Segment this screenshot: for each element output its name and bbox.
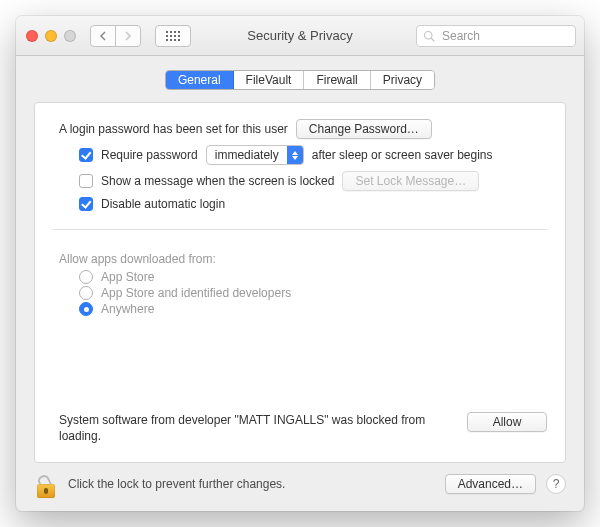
show-message-label: Show a message when the screen is locked (101, 174, 334, 188)
require-password-label: Require password (101, 148, 198, 162)
tabs: General FileVault Firewall Privacy (165, 70, 435, 90)
login-password-text: A login password has been set for this u… (59, 122, 288, 136)
general-panel: A login password has been set for this u… (34, 102, 566, 463)
divider (53, 229, 547, 230)
svg-line-1 (431, 38, 434, 41)
preferences-window: Security & Privacy General FileVault Fir… (16, 16, 584, 511)
allow-button[interactable]: Allow (467, 412, 547, 432)
blocked-software-row: System software from developer "MATT ING… (59, 412, 547, 444)
search-field[interactable] (416, 25, 576, 47)
search-icon (423, 30, 435, 42)
footer: Click the lock to prevent further change… (16, 467, 584, 511)
require-password-delay-select[interactable]: immediately (206, 145, 304, 165)
radio-icon (79, 286, 93, 300)
radio-icon (79, 302, 93, 316)
back-button[interactable] (90, 25, 116, 47)
set-lock-message-button: Set Lock Message… (342, 171, 479, 191)
download-option-appstore-label: App Store (101, 270, 154, 284)
download-option-identified-label: App Store and identified developers (101, 286, 291, 300)
lock-hint-text: Click the lock to prevent further change… (68, 477, 435, 491)
download-option-identified[interactable]: App Store and identified developers (79, 286, 547, 300)
login-password-row: A login password has been set for this u… (59, 119, 547, 139)
tab-firewall[interactable]: Firewall (304, 71, 370, 89)
require-password-checkbox[interactable] (79, 148, 93, 162)
stepper-arrows-icon (287, 146, 303, 164)
require-password-delay-value: immediately (207, 148, 287, 162)
tab-bar: General FileVault Firewall Privacy (16, 56, 584, 90)
disable-auto-login-label: Disable automatic login (101, 197, 225, 211)
tab-privacy[interactable]: Privacy (371, 71, 434, 89)
download-header: Allow apps downloaded from: (59, 252, 547, 266)
svg-point-0 (425, 31, 433, 39)
help-button[interactable]: ? (546, 474, 566, 494)
close-button[interactable] (26, 30, 38, 42)
blocked-software-message: System software from developer "MATT ING… (59, 412, 453, 444)
nav-buttons (90, 25, 141, 47)
titlebar: Security & Privacy (16, 16, 584, 56)
disable-auto-login-checkbox[interactable] (79, 197, 93, 211)
minimize-button[interactable] (45, 30, 57, 42)
disable-auto-login-row: Disable automatic login (79, 197, 547, 211)
download-option-appstore[interactable]: App Store (79, 270, 547, 284)
lock-button[interactable] (34, 470, 58, 498)
lock-body-icon (37, 484, 55, 498)
show-message-row: Show a message when the screen is locked… (79, 171, 547, 191)
tab-general[interactable]: General (166, 71, 234, 89)
download-section: Allow apps downloaded from: App Store Ap… (53, 252, 547, 318)
change-password-button[interactable]: Change Password… (296, 119, 432, 139)
require-password-row: Require password immediately after sleep… (79, 145, 547, 165)
content-area: General FileVault Firewall Privacy A log… (16, 56, 584, 511)
tab-filevault[interactable]: FileVault (234, 71, 305, 89)
zoom-button (64, 30, 76, 42)
forward-button[interactable] (115, 25, 141, 47)
advanced-button[interactable]: Advanced… (445, 474, 536, 494)
search-input[interactable] (440, 28, 569, 44)
require-password-after-label: after sleep or screen saver begins (312, 148, 493, 162)
radio-icon (79, 270, 93, 284)
download-option-anywhere-label: Anywhere (101, 302, 154, 316)
show-message-checkbox[interactable] (79, 174, 93, 188)
show-all-button[interactable] (155, 25, 191, 47)
window-controls (26, 30, 76, 42)
download-option-anywhere[interactable]: Anywhere (79, 302, 547, 316)
grid-icon (166, 31, 180, 41)
